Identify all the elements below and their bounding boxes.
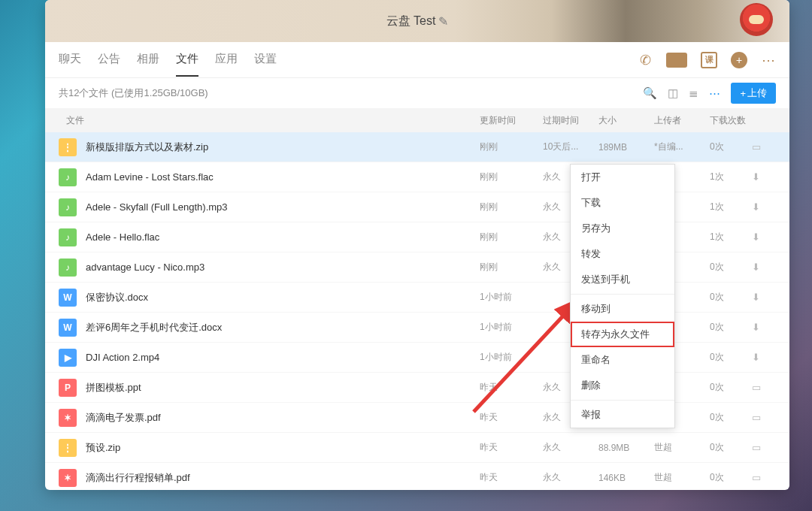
- header-expire[interactable]: 过期时间: [543, 114, 598, 127]
- header-count[interactable]: 下载次数: [710, 114, 752, 127]
- table-row[interactable]: ♪advantage Lucy - Nico.mp3刚刚永久0次⬇: [45, 252, 789, 283]
- header-uploader[interactable]: 上传者: [654, 114, 710, 127]
- file-update: 刚刚: [480, 261, 543, 274]
- audio-file-icon: ♪: [59, 168, 77, 186]
- file-name: 拼图模板.ppt: [86, 381, 480, 395]
- file-count: 1次: [710, 201, 752, 213]
- tab-相册[interactable]: 相册: [137, 43, 159, 77]
- file-uploader: 世超: [654, 441, 710, 454]
- row-action-icon[interactable]: ⬇: [752, 201, 776, 213]
- upload-label: 上传: [747, 86, 767, 100]
- menu-item-打开[interactable]: 打开: [571, 165, 674, 190]
- toolbar: 共12个文件 (已使用1.25GB/10GB) 🔍 ◫ ≣ ⋯ +上传: [45, 78, 789, 108]
- file-name: 滴滴电子发票.pdf: [86, 411, 480, 425]
- table-row[interactable]: ✶滴滴电子发票.pdf昨天永久37.6KB世超0次▭: [45, 403, 789, 433]
- tab-设置[interactable]: 设置: [254, 43, 277, 77]
- file-update: 刚刚: [480, 201, 543, 213]
- file-name: Adele - Hello.flac: [86, 231, 480, 243]
- table-row[interactable]: P拼图模板.ppt昨天永久20.5KB世超0次▭: [45, 373, 789, 403]
- video-icon[interactable]: [666, 53, 687, 68]
- doc-file-icon: W: [59, 319, 77, 337]
- ppt-file-icon: P: [59, 379, 77, 397]
- app-window: 云盘 Test ✎ 聊天公告相册文件应用设置 ✆ 课 + ⋯ 共12个文件 (已…: [45, 0, 789, 490]
- header-size[interactable]: 大小: [598, 114, 654, 127]
- file-list: ⋮新模版排版方式以及素材.zip刚刚10天后...189MB*自编...0次▭♪…: [45, 132, 789, 490]
- table-row[interactable]: ✶滴滴出行行程报销单.pdf昨天永久146KB世超0次▭: [45, 463, 789, 490]
- file-size: 88.9MB: [598, 443, 654, 453]
- file-expire: 永久: [543, 471, 598, 484]
- table-row[interactable]: ⋮预设.zip昨天永久88.9MB世超0次▭: [45, 433, 789, 463]
- toolbar-more-icon[interactable]: ⋯: [709, 86, 720, 100]
- file-count: 0次: [710, 351, 752, 364]
- audio-file-icon: ♪: [59, 198, 77, 216]
- menu-item-重命名[interactable]: 重命名: [571, 347, 674, 373]
- tab-公告[interactable]: 公告: [98, 43, 120, 77]
- file-expire: 永久: [543, 441, 598, 454]
- row-action-icon[interactable]: ⬇: [752, 171, 776, 183]
- file-update: 昨天: [480, 381, 543, 394]
- row-action-icon[interactable]: ⬇: [752, 231, 776, 243]
- window-title: 云盘 Test ✎: [386, 14, 449, 29]
- table-row[interactable]: ▶DJI Action 2.mp41小时前0次⬇: [45, 343, 789, 373]
- file-update: 1小时前: [480, 321, 543, 334]
- row-action-icon[interactable]: ▭: [752, 382, 776, 393]
- pdf-file-icon: ✶: [59, 469, 77, 487]
- add-icon[interactable]: +: [731, 52, 747, 68]
- header-file[interactable]: 文件: [59, 114, 480, 127]
- file-count: 1次: [710, 171, 752, 183]
- file-update: 昨天: [480, 441, 543, 454]
- table-row[interactable]: ♪Adele - Skyfall (Full Length).mp3刚刚永久1次…: [45, 192, 789, 222]
- nav-tabs: 聊天公告相册文件应用设置: [59, 43, 277, 77]
- class-icon[interactable]: 课: [701, 52, 717, 68]
- call-icon[interactable]: ✆: [638, 53, 653, 68]
- menu-item-下载[interactable]: 下载: [571, 190, 674, 216]
- row-action-icon[interactable]: ⬇: [752, 262, 776, 273]
- menu-item-删除[interactable]: 删除: [571, 373, 674, 398]
- row-action-icon[interactable]: ⬇: [752, 352, 776, 363]
- file-update: 1小时前: [480, 351, 543, 364]
- file-size: 189MB: [598, 142, 654, 153]
- context-menu: 打开下载另存为转发发送到手机移动到转存为永久文件重命名删除举报: [570, 164, 675, 428]
- menu-item-另存为[interactable]: 另存为: [571, 216, 674, 241]
- tab-文件[interactable]: 文件: [176, 43, 198, 77]
- header-update[interactable]: 更新时间: [480, 114, 543, 127]
- table-row[interactable]: W保密协议.docx1小时前0次⬇: [45, 283, 789, 313]
- more-icon[interactable]: ⋯: [761, 53, 776, 68]
- file-count: 0次: [710, 321, 752, 334]
- menu-item-转发[interactable]: 转发: [571, 241, 674, 267]
- menu-item-发送到手机[interactable]: 发送到手机: [571, 267, 674, 292]
- file-name: Adam Levine - Lost Stars.flac: [86, 171, 480, 183]
- menu-item-转存为永久文件[interactable]: 转存为永久文件: [571, 322, 674, 347]
- tab-聊天[interactable]: 聊天: [59, 43, 81, 77]
- table-row[interactable]: W差评6周年之手机时代变迁.docx1小时前0次⬇: [45, 313, 789, 343]
- row-action-icon[interactable]: ▭: [752, 141, 776, 153]
- file-name: DJI Action 2.mp4: [86, 352, 480, 363]
- file-update: 刚刚: [480, 171, 543, 183]
- row-action-icon[interactable]: ⬇: [752, 322, 776, 333]
- group-avatar[interactable]: [740, 3, 773, 36]
- table-row[interactable]: ♪Adele - Hello.flac刚刚永久1次⬇: [45, 222, 789, 252]
- file-name: 新模版排版方式以及素材.zip: [86, 141, 480, 154]
- audio-file-icon: ♪: [59, 259, 77, 277]
- table-row[interactable]: ♪Adam Levine - Lost Stars.flac刚刚永久1次⬇: [45, 162, 789, 192]
- inbox-icon[interactable]: ◫: [668, 86, 678, 100]
- nav-actions: ✆ 课 + ⋯: [638, 52, 776, 68]
- search-icon[interactable]: 🔍: [643, 86, 657, 100]
- row-action-icon[interactable]: ▭: [752, 442, 776, 453]
- row-action-icon[interactable]: ⬇: [752, 292, 776, 303]
- audio-file-icon: ♪: [59, 228, 77, 246]
- file-update: 刚刚: [480, 231, 543, 243]
- row-action-icon[interactable]: ▭: [752, 472, 776, 483]
- menu-item-移动到[interactable]: 移动到: [571, 296, 674, 322]
- table-row[interactable]: ⋮新模版排版方式以及素材.zip刚刚10天后...189MB*自编...0次▭: [45, 132, 789, 162]
- upload-button[interactable]: +上传: [731, 83, 776, 104]
- doc-file-icon: W: [59, 289, 77, 307]
- row-action-icon[interactable]: ▭: [752, 412, 776, 423]
- edit-title-icon[interactable]: ✎: [438, 14, 448, 29]
- file-count: 0次: [710, 291, 752, 304]
- tab-应用[interactable]: 应用: [215, 43, 238, 77]
- list-view-icon[interactable]: ≣: [689, 86, 698, 100]
- file-update: 昨天: [480, 411, 543, 424]
- menu-item-举报[interactable]: 举报: [571, 402, 674, 428]
- file-size: 146KB: [598, 473, 654, 483]
